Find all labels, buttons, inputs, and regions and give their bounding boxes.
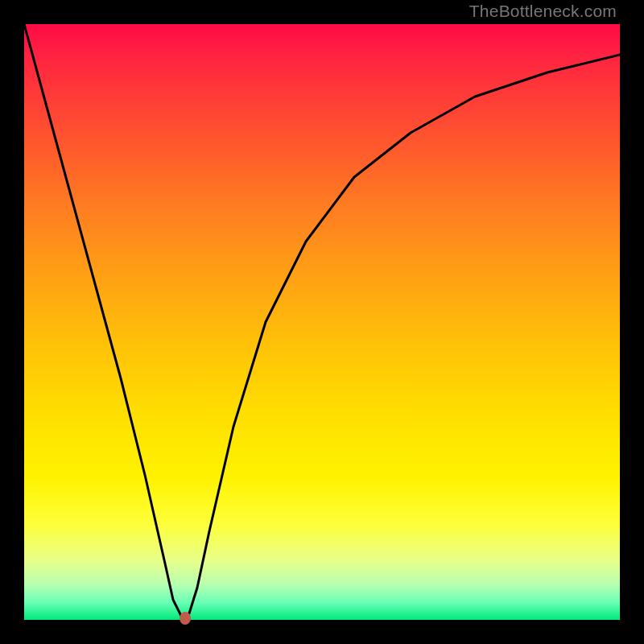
min-point-marker — [180, 612, 191, 625]
bottleneck-curve — [24, 24, 620, 616]
watermark-text: TheBottleneck.com — [469, 2, 617, 21]
curve-svg — [24, 24, 620, 620]
chart-frame: TheBottleneck.com — [0, 0, 644, 644]
plot-area — [24, 24, 620, 620]
